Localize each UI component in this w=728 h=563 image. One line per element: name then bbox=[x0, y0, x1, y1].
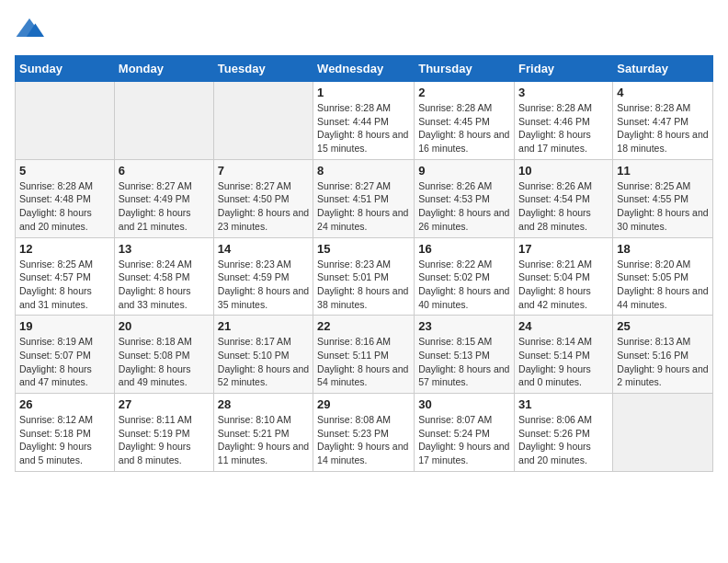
day-cell: 1Sunrise: 8:28 AM Sunset: 4:44 PM Daylig… bbox=[313, 82, 415, 160]
day-number: 12 bbox=[19, 242, 110, 256]
day-number: 30 bbox=[418, 397, 510, 411]
day-info: Sunrise: 8:11 AM Sunset: 5:19 PM Dayligh… bbox=[119, 413, 210, 467]
day-number: 15 bbox=[317, 242, 410, 256]
day-number: 29 bbox=[317, 397, 410, 411]
day-number: 5 bbox=[19, 164, 110, 178]
day-cell: 3Sunrise: 8:28 AM Sunset: 4:46 PM Daylig… bbox=[515, 82, 613, 160]
day-cell: 24Sunrise: 8:14 AM Sunset: 5:14 PM Dayli… bbox=[515, 316, 613, 394]
day-info: Sunrise: 8:13 AM Sunset: 5:16 PM Dayligh… bbox=[617, 335, 709, 389]
day-info: Sunrise: 8:06 AM Sunset: 5:26 PM Dayligh… bbox=[518, 413, 609, 467]
days-header-row: SundayMondayTuesdayWednesdayThursdayFrid… bbox=[16, 56, 713, 82]
logo-icon bbox=[15, 15, 44, 44]
day-number: 14 bbox=[218, 242, 309, 256]
day-cell: 13Sunrise: 8:24 AM Sunset: 4:58 PM Dayli… bbox=[114, 237, 213, 316]
day-info: Sunrise: 8:10 AM Sunset: 5:21 PM Dayligh… bbox=[218, 413, 309, 467]
day-info: Sunrise: 8:16 AM Sunset: 5:11 PM Dayligh… bbox=[317, 335, 410, 389]
day-header-thursday: Thursday bbox=[415, 56, 515, 82]
day-number: 17 bbox=[518, 242, 609, 256]
day-cell: 15Sunrise: 8:23 AM Sunset: 5:01 PM Dayli… bbox=[313, 237, 415, 316]
day-info: Sunrise: 8:26 AM Sunset: 4:54 PM Dayligh… bbox=[518, 179, 609, 234]
day-number: 11 bbox=[617, 164, 709, 178]
week-row-2: 5Sunrise: 8:28 AM Sunset: 4:48 PM Daylig… bbox=[16, 159, 713, 237]
day-info: Sunrise: 8:07 AM Sunset: 5:24 PM Dayligh… bbox=[418, 413, 510, 467]
day-cell: 17Sunrise: 8:21 AM Sunset: 5:04 PM Dayli… bbox=[515, 237, 613, 316]
day-number: 27 bbox=[119, 397, 210, 411]
day-number: 9 bbox=[418, 164, 510, 178]
day-header-wednesday: Wednesday bbox=[313, 56, 415, 82]
day-number: 24 bbox=[518, 319, 609, 333]
week-row-3: 12Sunrise: 8:25 AM Sunset: 4:57 PM Dayli… bbox=[16, 237, 713, 316]
day-info: Sunrise: 8:19 AM Sunset: 5:07 PM Dayligh… bbox=[19, 335, 110, 389]
day-header-saturday: Saturday bbox=[613, 56, 713, 82]
day-cell: 20Sunrise: 8:18 AM Sunset: 5:08 PM Dayli… bbox=[114, 316, 213, 394]
day-cell: 14Sunrise: 8:23 AM Sunset: 4:59 PM Dayli… bbox=[213, 237, 313, 316]
day-cell: 11Sunrise: 8:25 AM Sunset: 4:55 PM Dayli… bbox=[613, 159, 713, 237]
day-info: Sunrise: 8:21 AM Sunset: 5:04 PM Dayligh… bbox=[518, 258, 609, 312]
day-info: Sunrise: 8:20 AM Sunset: 5:05 PM Dayligh… bbox=[617, 258, 709, 312]
day-cell: 8Sunrise: 8:27 AM Sunset: 4:51 PM Daylig… bbox=[313, 159, 415, 237]
day-number: 21 bbox=[218, 319, 309, 333]
day-info: Sunrise: 8:14 AM Sunset: 5:14 PM Dayligh… bbox=[518, 335, 609, 389]
day-cell: 19Sunrise: 8:19 AM Sunset: 5:07 PM Dayli… bbox=[16, 316, 115, 394]
logo bbox=[15, 15, 48, 44]
day-cell: 10Sunrise: 8:26 AM Sunset: 4:54 PM Dayli… bbox=[515, 159, 613, 237]
day-number: 2 bbox=[418, 86, 510, 99]
day-number: 23 bbox=[418, 319, 510, 333]
day-cell: 27Sunrise: 8:11 AM Sunset: 5:19 PM Dayli… bbox=[114, 394, 213, 472]
day-info: Sunrise: 8:27 AM Sunset: 4:51 PM Dayligh… bbox=[317, 179, 410, 234]
day-cell: 30Sunrise: 8:07 AM Sunset: 5:24 PM Dayli… bbox=[415, 394, 515, 472]
day-number: 13 bbox=[119, 242, 210, 256]
day-info: Sunrise: 8:28 AM Sunset: 4:46 PM Dayligh… bbox=[518, 101, 609, 155]
day-cell: 28Sunrise: 8:10 AM Sunset: 5:21 PM Dayli… bbox=[213, 394, 313, 472]
day-info: Sunrise: 8:12 AM Sunset: 5:18 PM Dayligh… bbox=[19, 413, 110, 467]
day-info: Sunrise: 8:25 AM Sunset: 4:55 PM Dayligh… bbox=[617, 179, 709, 234]
day-info: Sunrise: 8:18 AM Sunset: 5:08 PM Dayligh… bbox=[119, 335, 210, 389]
day-info: Sunrise: 8:15 AM Sunset: 5:13 PM Dayligh… bbox=[418, 335, 510, 389]
day-cell: 4Sunrise: 8:28 AM Sunset: 4:47 PM Daylig… bbox=[613, 82, 713, 160]
day-cell: 31Sunrise: 8:06 AM Sunset: 5:26 PM Dayli… bbox=[515, 394, 613, 472]
day-number: 6 bbox=[119, 164, 210, 178]
day-info: Sunrise: 8:23 AM Sunset: 4:59 PM Dayligh… bbox=[218, 258, 309, 312]
day-number: 4 bbox=[617, 86, 709, 99]
day-info: Sunrise: 8:28 AM Sunset: 4:44 PM Dayligh… bbox=[317, 101, 410, 155]
day-cell bbox=[613, 394, 713, 472]
day-info: Sunrise: 8:08 AM Sunset: 5:23 PM Dayligh… bbox=[317, 413, 410, 467]
day-cell bbox=[213, 82, 313, 160]
day-number: 31 bbox=[518, 397, 609, 411]
day-info: Sunrise: 8:27 AM Sunset: 4:49 PM Dayligh… bbox=[119, 179, 210, 234]
day-header-sunday: Sunday bbox=[16, 56, 115, 82]
day-cell: 23Sunrise: 8:15 AM Sunset: 5:13 PM Dayli… bbox=[415, 316, 515, 394]
day-info: Sunrise: 8:23 AM Sunset: 5:01 PM Dayligh… bbox=[317, 258, 410, 312]
day-number: 19 bbox=[19, 319, 110, 333]
day-number: 10 bbox=[518, 164, 609, 178]
day-info: Sunrise: 8:24 AM Sunset: 4:58 PM Dayligh… bbox=[119, 258, 210, 312]
day-cell: 21Sunrise: 8:17 AM Sunset: 5:10 PM Dayli… bbox=[213, 316, 313, 394]
day-info: Sunrise: 8:26 AM Sunset: 4:53 PM Dayligh… bbox=[418, 179, 510, 234]
day-number: 20 bbox=[119, 319, 210, 333]
week-row-1: 1Sunrise: 8:28 AM Sunset: 4:44 PM Daylig… bbox=[16, 82, 713, 160]
day-number: 28 bbox=[218, 397, 309, 411]
page-header bbox=[15, 15, 713, 44]
week-row-5: 26Sunrise: 8:12 AM Sunset: 5:18 PM Dayli… bbox=[16, 394, 713, 472]
day-cell bbox=[114, 82, 213, 160]
day-info: Sunrise: 8:28 AM Sunset: 4:48 PM Dayligh… bbox=[19, 179, 110, 234]
day-number: 25 bbox=[617, 319, 709, 333]
day-cell: 29Sunrise: 8:08 AM Sunset: 5:23 PM Dayli… bbox=[313, 394, 415, 472]
day-header-tuesday: Tuesday bbox=[213, 56, 313, 82]
day-cell: 5Sunrise: 8:28 AM Sunset: 4:48 PM Daylig… bbox=[16, 159, 115, 237]
day-cell: 16Sunrise: 8:22 AM Sunset: 5:02 PM Dayli… bbox=[415, 237, 515, 316]
day-cell: 6Sunrise: 8:27 AM Sunset: 4:49 PM Daylig… bbox=[114, 159, 213, 237]
day-number: 7 bbox=[218, 164, 309, 178]
day-number: 8 bbox=[317, 164, 410, 178]
day-cell: 18Sunrise: 8:20 AM Sunset: 5:05 PM Dayli… bbox=[613, 237, 713, 316]
calendar-table: SundayMondayTuesdayWednesdayThursdayFrid… bbox=[15, 55, 713, 472]
day-number: 18 bbox=[617, 242, 709, 256]
day-number: 1 bbox=[317, 86, 410, 99]
day-cell: 26Sunrise: 8:12 AM Sunset: 5:18 PM Dayli… bbox=[16, 394, 115, 472]
day-number: 26 bbox=[19, 397, 110, 411]
day-cell: 7Sunrise: 8:27 AM Sunset: 4:50 PM Daylig… bbox=[213, 159, 313, 237]
day-info: Sunrise: 8:17 AM Sunset: 5:10 PM Dayligh… bbox=[218, 335, 309, 389]
day-cell: 12Sunrise: 8:25 AM Sunset: 4:57 PM Dayli… bbox=[16, 237, 115, 316]
day-header-friday: Friday bbox=[515, 56, 613, 82]
day-info: Sunrise: 8:27 AM Sunset: 4:50 PM Dayligh… bbox=[218, 179, 309, 234]
